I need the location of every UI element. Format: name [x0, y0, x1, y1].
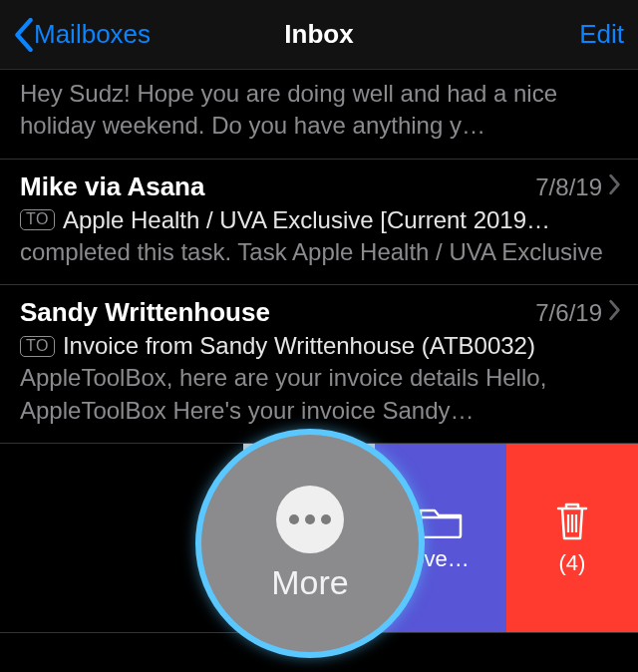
mail-subject: Invoice from Sandy Writtenhouse (ATB0032… [63, 332, 535, 360]
back-button[interactable]: Mailboxes [14, 18, 151, 52]
mail-preview: Hey Sudz! Hope you are doing well and ha… [20, 78, 622, 143]
mail-preview: AppleToolBox, here are your invoice deta… [20, 362, 622, 427]
edit-button[interactable]: Edit [579, 19, 624, 50]
highlight-circle: More [195, 429, 425, 658]
highlight-label: More [271, 563, 348, 602]
mail-subject: Apple Health / UVA Exclusive [Current 20… [63, 206, 550, 234]
chevron-right-icon [608, 173, 622, 195]
trash-icon [552, 499, 592, 542]
mail-row[interactable]: Mike via Asana 7/8/19 TO Apple Health / … [0, 160, 638, 285]
mail-sender: Mike via Asana [20, 171, 535, 202]
mail-sender: Sandy Writtenhouse [20, 297, 535, 328]
ellipsis-icon [276, 486, 344, 553]
to-badge: TO [20, 209, 55, 230]
mail-preview: completed this task. Task Apple Health /… [20, 236, 622, 268]
back-label: Mailboxes [34, 19, 151, 50]
mail-date: 7/6/19 [535, 299, 602, 327]
to-badge: TO [20, 336, 55, 357]
nav-bar: Mailboxes Inbox Edit [0, 0, 638, 70]
chevron-right-icon [608, 299, 622, 321]
mail-date: 7/8/19 [535, 173, 602, 201]
mail-row[interactable]: Hey Sudz! Hope you are doing well and ha… [0, 70, 638, 160]
folder-icon [418, 503, 464, 538]
mail-row[interactable]: Sandy Writtenhouse 7/6/19 TO Invoice fro… [0, 285, 638, 444]
chevron-left-icon [14, 18, 34, 52]
swipe-trash-button[interactable]: (4) [506, 444, 638, 632]
swipe-trash-label: (4) [559, 550, 586, 576]
